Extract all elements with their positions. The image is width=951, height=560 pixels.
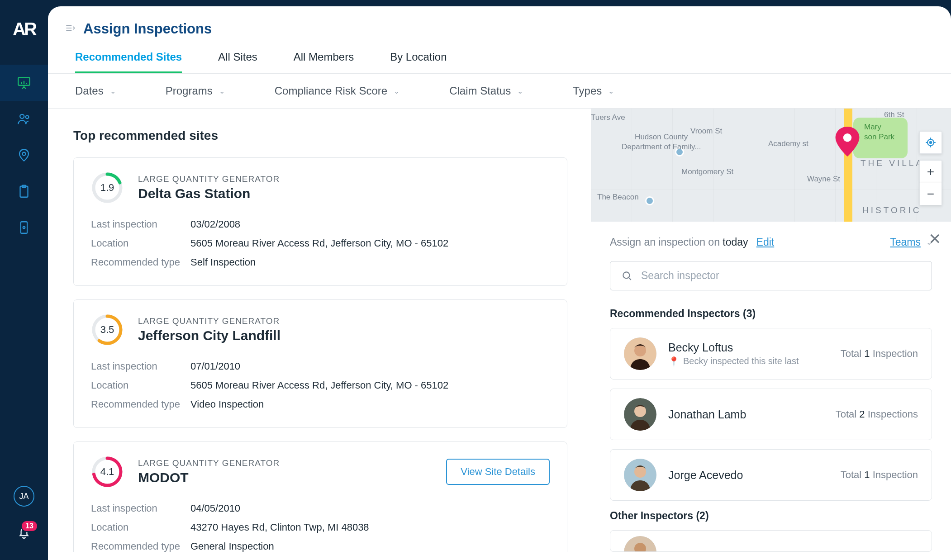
svg-point-1 xyxy=(20,114,24,119)
notification-badge: 13 xyxy=(21,520,38,532)
filter-types[interactable]: Types⌄ xyxy=(573,85,614,97)
map-marker-icon[interactable] xyxy=(835,127,860,158)
last-inspection-value: 03/02/2008 xyxy=(190,218,240,230)
inspector-count: Total 2 Inspections xyxy=(836,408,918,420)
notifications-button[interactable]: 13 xyxy=(16,525,32,542)
site-category: LARGE QUANTITY GENERATOR xyxy=(138,174,280,184)
inspector-card[interactable] xyxy=(610,530,932,552)
risk-score-ring: 4.1 xyxy=(91,456,124,488)
clipboard-icon xyxy=(16,184,32,199)
map-label: HISTORIC xyxy=(862,205,921,215)
tab-all-members[interactable]: All Members xyxy=(294,51,354,73)
search-icon xyxy=(621,270,633,282)
filter-label: Programs xyxy=(166,85,213,97)
svg-point-17 xyxy=(623,272,629,278)
sidebar: AR xyxy=(0,0,48,560)
site-card[interactable]: 4.1 LARGE QUANTITY GENERATOR MODOT View … xyxy=(73,441,567,552)
recommended-type-value: Video Inspection xyxy=(190,399,264,410)
right-column: Hudson County Department of Family... Ma… xyxy=(591,109,951,552)
svg-rect-4 xyxy=(20,186,28,197)
location-label: Location xyxy=(91,380,190,391)
app-logo: AR xyxy=(13,19,35,39)
recommended-type-value: General Inspection xyxy=(190,541,274,552)
location-pin-icon xyxy=(16,147,32,163)
location-label: Location xyxy=(91,237,190,249)
filter-label: Types xyxy=(573,85,602,97)
map-label: Vroom St xyxy=(690,127,722,136)
tabs: Recommended SitesAll SitesAll MembersBy … xyxy=(48,37,951,74)
svg-point-7 xyxy=(23,227,25,229)
main-panel: Assign Inspections Recommended SitesAll … xyxy=(48,6,951,560)
view-site-details-button[interactable]: View Site Details xyxy=(446,459,550,485)
map-zoom-in-button[interactable]: + xyxy=(919,160,942,183)
map-poi-icon xyxy=(645,196,654,205)
map-locate-button[interactable] xyxy=(919,131,942,154)
map-label: 6th St xyxy=(884,110,904,119)
filter-label: Compliance Risk Score xyxy=(275,85,387,97)
inspector-name: Jorge Acevedo xyxy=(668,469,743,482)
chevron-down-icon: ⌄ xyxy=(110,87,116,95)
site-name: Delta Gas Station xyxy=(138,186,280,201)
site-category: LARGE QUANTITY GENERATOR xyxy=(138,458,280,468)
filter-label: Claim Status xyxy=(449,85,511,97)
filter-compliance-risk-score[interactable]: Compliance Risk Score⌄ xyxy=(275,85,399,97)
svg-point-21 xyxy=(634,405,646,417)
chevron-down-icon: ⌄ xyxy=(517,87,523,95)
svg-rect-6 xyxy=(21,222,27,233)
inspector-card[interactable]: Jorge Acevedo Total 1 Inspection xyxy=(610,449,932,501)
nav-location[interactable] xyxy=(0,137,48,173)
search-inspector-wrap[interactable] xyxy=(610,261,932,290)
inspector-card[interactable]: Becky Loftus 📍Becky inspected this site … xyxy=(610,328,932,380)
map-label: Academy st xyxy=(768,139,808,148)
last-inspection-label: Last inspection xyxy=(91,361,190,372)
nav-dashboard[interactable] xyxy=(0,65,48,101)
search-inspector-input[interactable] xyxy=(641,270,921,282)
recommended-type-label: Recommended type xyxy=(91,541,190,552)
filter-label: Dates xyxy=(75,85,104,97)
inspector-subtext: Becky inspected this site last xyxy=(683,356,799,366)
nav-clipboard[interactable] xyxy=(0,173,48,209)
recommended-inspectors-title: Recommended Inspectors (3) xyxy=(610,308,932,320)
recommended-type-value: Self Inspection xyxy=(190,256,256,268)
edit-date-link[interactable]: Edit xyxy=(756,236,775,248)
tab-by-location[interactable]: By Location xyxy=(390,51,447,73)
risk-score-value: 4.1 xyxy=(91,456,124,488)
map-label: Wayne St xyxy=(807,175,840,184)
svg-point-19 xyxy=(634,345,646,356)
user-avatar[interactable]: JA xyxy=(14,486,34,507)
map-zoom-out-button[interactable]: − xyxy=(919,183,942,205)
breadcrumb-icon[interactable] xyxy=(64,22,76,36)
svg-point-16 xyxy=(930,142,932,143)
filter-programs[interactable]: Programs⌄ xyxy=(166,85,225,97)
tab-all-sites[interactable]: All Sites xyxy=(218,51,257,73)
nav-people[interactable] xyxy=(0,101,48,137)
close-button[interactable]: ✕ xyxy=(928,230,941,248)
map[interactable]: Hudson County Department of Family... Ma… xyxy=(591,109,951,222)
chevron-down-icon: ⌄ xyxy=(608,87,614,95)
teams-dropdown[interactable]: Teams xyxy=(890,236,921,248)
nav-device[interactable] xyxy=(0,209,48,246)
tab-recommended-sites[interactable]: Recommended Sites xyxy=(75,51,182,73)
inspector-count: Total 1 Inspection xyxy=(841,469,918,481)
recommended-sites-column: Top recommended sites 1.9 LARGE QUANTITY… xyxy=(48,109,591,552)
map-label: The Beacon xyxy=(597,193,639,202)
mobile-icon xyxy=(16,220,32,235)
risk-score-value: 3.5 xyxy=(91,313,124,346)
svg-point-23 xyxy=(634,466,646,478)
inspector-card[interactable]: Jonathan Lamb Total 2 Inspections xyxy=(610,389,932,440)
people-icon xyxy=(16,111,32,127)
site-card[interactable]: 1.9 LARGE QUANTITY GENERATOR Delta Gas S… xyxy=(73,157,567,286)
map-label: Mary son Park xyxy=(864,122,894,142)
site-name: MODOT xyxy=(138,470,280,485)
other-inspectors-title: Other Inspectors (2) xyxy=(610,510,932,522)
risk-score-ring: 3.5 xyxy=(91,313,124,346)
inspector-name: Jonathan Lamb xyxy=(668,408,746,421)
site-card[interactable]: 3.5 LARGE QUANTITY GENERATOR Jefferson C… xyxy=(73,299,567,428)
crosshair-icon xyxy=(925,137,937,148)
inspector-avatar xyxy=(624,337,656,370)
svg-point-14 xyxy=(843,133,851,142)
inspector-avatar xyxy=(624,459,656,491)
filter-dates[interactable]: Dates⌄ xyxy=(75,85,116,97)
filter-claim-status[interactable]: Claim Status⌄ xyxy=(449,85,523,97)
map-label: Tuers Ave xyxy=(591,113,625,122)
